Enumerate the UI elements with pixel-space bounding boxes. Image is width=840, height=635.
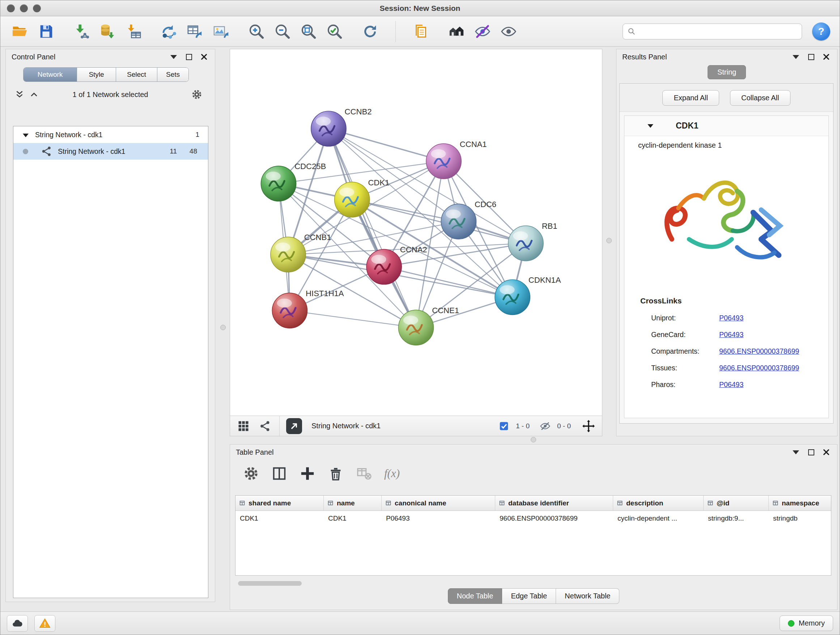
table-row[interactable]: CDK1CDK1P064939606.ENSP00000378699cyclin… bbox=[235, 511, 831, 526]
network-analyzer-button[interactable] bbox=[447, 21, 467, 42]
tab-select[interactable]: Select bbox=[116, 68, 157, 81]
disclosure-triangle-icon[interactable] bbox=[23, 134, 28, 137]
open-in-external-button[interactable] bbox=[286, 418, 302, 434]
right-splitter-handle[interactable] bbox=[606, 238, 612, 243]
cloud-status-button[interactable] bbox=[7, 615, 28, 632]
horizontal-splitter-handle[interactable] bbox=[531, 437, 536, 442]
results-close-button[interactable] bbox=[821, 52, 831, 62]
network-node-cdc6[interactable] bbox=[441, 204, 476, 239]
column-header-shared-name[interactable]: shared name bbox=[235, 496, 324, 510]
delete-table-button[interactable] bbox=[354, 463, 374, 484]
network-type-button[interactable] bbox=[257, 418, 273, 434]
network-node-ccnb2[interactable] bbox=[311, 111, 346, 146]
panel-close-button[interactable] bbox=[199, 52, 209, 62]
table-collapse-button[interactable] bbox=[791, 447, 801, 457]
results-float-button[interactable] bbox=[806, 52, 816, 62]
show-all-button[interactable] bbox=[499, 21, 519, 42]
zoom-selected-button[interactable] bbox=[325, 21, 345, 42]
network-collection-row[interactable]: String Network - cdk1 1 bbox=[13, 126, 208, 143]
left-splitter-handle[interactable] bbox=[220, 325, 226, 330]
network-node-ccna2[interactable] bbox=[366, 249, 401, 284]
network-edge[interactable] bbox=[384, 267, 513, 297]
column-header-description[interactable]: description bbox=[613, 496, 704, 510]
network-node-rb1[interactable] bbox=[508, 226, 543, 261]
new-network-from-selection-button[interactable] bbox=[159, 21, 179, 42]
export-image-button[interactable] bbox=[211, 21, 231, 42]
column-header--id[interactable]: @id bbox=[704, 496, 769, 510]
network-node-ccne1[interactable] bbox=[398, 310, 433, 345]
open-session-button[interactable] bbox=[10, 21, 30, 42]
window-close-button[interactable] bbox=[7, 4, 15, 12]
table-options-button[interactable] bbox=[241, 463, 261, 484]
selected-checkbox-icon[interactable] bbox=[499, 421, 509, 432]
zoom-in-button[interactable] bbox=[246, 21, 267, 42]
table-float-button[interactable] bbox=[806, 447, 816, 457]
network-node-ccna1[interactable] bbox=[426, 144, 461, 179]
tab-sets[interactable]: Sets bbox=[157, 68, 188, 81]
network-node-cdc25b[interactable] bbox=[261, 166, 296, 201]
tab-style[interactable]: Style bbox=[77, 68, 116, 81]
table-cell[interactable]: stringdb bbox=[769, 511, 831, 526]
crosslink-value-link[interactable]: 9606.ENSP00000378699 bbox=[719, 364, 799, 372]
warnings-button[interactable] bbox=[34, 615, 55, 632]
window-minimize-button[interactable] bbox=[20, 4, 28, 12]
tab-network[interactable]: Network bbox=[24, 68, 77, 81]
help-button[interactable]: ? bbox=[812, 22, 830, 41]
memory-button[interactable]: Memory bbox=[780, 616, 833, 631]
expand-all-button[interactable]: Expand All bbox=[662, 90, 719, 106]
add-column-button[interactable] bbox=[297, 463, 317, 484]
disclosure-triangle-icon[interactable] bbox=[647, 124, 653, 128]
panel-float-button[interactable] bbox=[184, 52, 194, 62]
column-header-namespace[interactable]: namespace bbox=[769, 496, 831, 510]
tab-network-table[interactable]: Network Table bbox=[556, 588, 619, 604]
zoom-out-button[interactable] bbox=[272, 21, 293, 42]
tab-node-table[interactable]: Node Table bbox=[448, 588, 502, 604]
network-node-hist1h1a[interactable] bbox=[272, 293, 307, 328]
table-cell[interactable]: P06493 bbox=[382, 511, 495, 526]
birds-eye-view-button[interactable] bbox=[236, 418, 251, 434]
horizontal-scrollbar[interactable] bbox=[238, 581, 302, 586]
hidden-eye-slash-icon[interactable] bbox=[540, 421, 551, 432]
crosslink-value-link[interactable]: 9606.ENSP00000378699 bbox=[719, 347, 799, 356]
zoom-fit-button[interactable] bbox=[298, 21, 319, 42]
panel-collapse-button[interactable] bbox=[169, 52, 179, 62]
show-columns-button[interactable] bbox=[269, 463, 289, 484]
table-cell[interactable]: CDK1 bbox=[235, 511, 324, 526]
network-node-cdk1[interactable] bbox=[335, 182, 370, 217]
network-node-ccnb1[interactable] bbox=[271, 237, 306, 272]
gene-card-header[interactable]: CDK1 bbox=[624, 116, 829, 136]
table-cell[interactable]: stringdb:9... bbox=[704, 511, 769, 526]
network-options-button[interactable] bbox=[189, 87, 204, 102]
crosslink-value-link[interactable]: P06493 bbox=[719, 380, 744, 389]
save-session-button[interactable] bbox=[36, 21, 56, 42]
pan-mode-button[interactable] bbox=[581, 418, 596, 434]
crosslink-value-link[interactable]: P06493 bbox=[719, 331, 744, 339]
network-node-cdkn1a[interactable] bbox=[495, 279, 530, 315]
hide-selected-button[interactable] bbox=[472, 21, 493, 42]
search-input[interactable] bbox=[639, 27, 797, 35]
table-cell[interactable]: CDK1 bbox=[324, 511, 382, 526]
delete-column-button[interactable] bbox=[325, 463, 346, 484]
tab-string[interactable]: String bbox=[707, 65, 746, 79]
tab-edge-table[interactable]: Edge Table bbox=[502, 588, 556, 604]
table-close-button[interactable] bbox=[821, 447, 831, 457]
export-table-button[interactable] bbox=[185, 21, 205, 42]
results-collapse-button[interactable] bbox=[791, 52, 801, 62]
import-network-database-button[interactable] bbox=[97, 21, 118, 42]
import-table-button[interactable] bbox=[123, 21, 144, 42]
collapse-all-button[interactable]: Collapse All bbox=[730, 90, 790, 106]
network-edge[interactable] bbox=[290, 310, 416, 328]
function-builder-button[interactable]: f(x) bbox=[384, 467, 400, 480]
network-canvas[interactable]: CCNB2CCNA1CDC25BCDK1CDC6RB1CCNB1CCNA2CDK… bbox=[230, 49, 602, 416]
network-row-selected[interactable]: String Network - cdk1 11 48 bbox=[13, 143, 208, 160]
refresh-view-button[interactable] bbox=[360, 21, 380, 42]
table-cell[interactable]: cyclin-dependent ... bbox=[613, 511, 704, 526]
copy-documents-button[interactable] bbox=[411, 21, 431, 42]
window-zoom-button[interactable] bbox=[33, 4, 41, 12]
column-header-canonical-name[interactable]: canonical name bbox=[382, 496, 495, 510]
column-header-database-identifier[interactable]: database identifier bbox=[495, 496, 613, 510]
crosslink-value-link[interactable]: P06493 bbox=[719, 314, 744, 322]
import-network-file-button[interactable] bbox=[71, 21, 92, 42]
column-header-name[interactable]: name bbox=[324, 496, 382, 510]
table-cell[interactable]: 9606.ENSP00000378699 bbox=[495, 511, 613, 526]
